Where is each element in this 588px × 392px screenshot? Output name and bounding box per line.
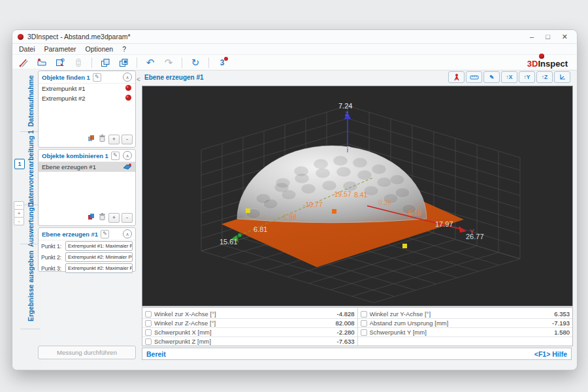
title-bar[interactable]: 3DInspect - Abstand.me3dparam* – □ ✕ [12, 30, 577, 44]
redo-icon[interactable]: ↷ [161, 56, 176, 69]
point3-select[interactable]: Extrempunkt #2: Maximaler Punkt [65, 263, 133, 273]
device-icon[interactable] [71, 56, 86, 69]
y-t4-label: 0.38 [378, 199, 392, 206]
extremum-point-icon [125, 84, 132, 93]
x-t4-label: -10.77 [303, 201, 323, 208]
menu-help[interactable]: ? [122, 45, 126, 53]
measure-tool-icon[interactable] [16, 56, 31, 69]
menu-optionen[interactable]: Optionen [86, 45, 114, 53]
point2-select[interactable]: Extrempunkt #2: Minimaler Punkt [65, 252, 133, 262]
x-t2-label: 6.81 [253, 225, 267, 233]
status-bar: Bereit <F1> Hilfe [142, 348, 572, 360]
result-row: Schwerpunkt Y [mm] 1.580 [358, 328, 573, 337]
result-row-empty [358, 337, 573, 346]
y-t3-label: 9.18 [408, 209, 421, 217]
view-y-button[interactable]: ↑Y [519, 71, 535, 83]
trash-icon[interactable] [98, 212, 106, 223]
plane-object-icon [123, 163, 132, 172]
z-top-label: 7.24 [338, 102, 352, 110]
operations-column: Objekte finden 1 ✎ ∧ Extrempunkt #1 Extr… [38, 69, 136, 370]
status-text: Bereit [146, 350, 166, 358]
panel-ebene-erzeugen: Ebene erzeugen #1 ✎ ∧ Punkt 1: Extrempun… [38, 227, 136, 272]
edit-icon[interactable]: ✎ [101, 230, 109, 238]
view-iso-button[interactable] [554, 71, 570, 83]
panel-title: Ebene erzeugen #1 [42, 231, 98, 238]
collapse-panel-handle[interactable]: < [137, 76, 140, 83]
collapse-icon[interactable]: ∧ [123, 73, 132, 82]
3d-viewport[interactable]: 7.24Z1.45-19.578.41-10.77-1.980.389.1817… [142, 86, 573, 306]
tab-datenvorverarbeitung[interactable]: Datenvorverarbeitung 1 [23, 133, 39, 204]
help-shortcut[interactable]: <F1> Hilfe [534, 350, 567, 358]
ruler-icon[interactable] [466, 71, 482, 83]
collapse-icon[interactable]: ∧ [123, 229, 132, 238]
save-icon[interactable] [53, 56, 67, 69]
3d-scene[interactable]: 7.24Z1.45-19.578.41-10.77-1.980.389.1817… [142, 86, 572, 306]
menu-parameter[interactable]: Parameter [44, 45, 76, 53]
checkbox[interactable] [361, 320, 367, 327]
y-t1-label: 26.77 [466, 233, 484, 240]
maximize-button[interactable]: □ [546, 33, 550, 41]
tab-separator [20, 329, 40, 329]
picker-icon[interactable]: ✎ [483, 71, 500, 83]
view-z-button[interactable]: ↑Z [536, 71, 553, 83]
run-measurement-button[interactable]: Messung durchführen [38, 346, 136, 359]
result-row: Schwerpunkt X [mm] -2.280 [142, 328, 357, 337]
list-item-selected[interactable]: Ebene erzeugen #1 [39, 162, 135, 172]
result-row: Abstand zum Ursprung [mm] -7.193 [358, 319, 573, 328]
tab-separator [20, 244, 40, 244]
remove-button[interactable]: - [122, 135, 133, 144]
point2-label: Punkt 2: [41, 254, 63, 261]
new-view-icon[interactable] [116, 56, 131, 69]
duplicate-icon[interactable] [87, 133, 96, 145]
add-button[interactable]: + [108, 135, 120, 144]
y-t2-label: 17.97 [435, 220, 453, 228]
list-item[interactable]: Extrempunkt #2 [39, 93, 135, 103]
copy-view-icon[interactable] [98, 56, 112, 69]
checkbox[interactable] [361, 329, 367, 336]
reset-rotation-icon[interactable]: ↻ [188, 56, 203, 69]
workflow-tabstrip: Datenaufnahme 1 Datenvorverarbeitung 1 A… [12, 69, 41, 370]
extremum-point-icon [125, 94, 132, 103]
point1-label: Punkt 1: [41, 243, 63, 250]
brand-logo: 3DInspect [527, 56, 573, 69]
open-icon[interactable] [35, 56, 49, 69]
checkbox[interactable] [145, 320, 152, 327]
trash-icon[interactable] [98, 133, 106, 145]
tab-datenaufnahme[interactable]: Datenaufnahme [23, 71, 39, 131]
duplicate-icon[interactable] [87, 212, 96, 223]
undo-icon[interactable]: ↶ [143, 56, 157, 69]
panel-title: Objekte kombinieren 1 [42, 152, 108, 159]
edit-icon[interactable]: ✎ [93, 73, 101, 82]
x-t3-label: -1.98 [281, 213, 297, 221]
collapse-icon[interactable]: ∧ [123, 151, 132, 160]
checkbox[interactable] [145, 338, 152, 345]
toolbar-separator [137, 57, 137, 68]
add-button[interactable]: + [108, 213, 120, 223]
tab-auswertung[interactable]: Auswertung 1 [23, 206, 39, 242]
view-x-button[interactable]: ↑X [501, 71, 517, 83]
checkbox[interactable] [145, 329, 152, 336]
minimize-button[interactable]: – [530, 33, 534, 41]
checkbox[interactable] [145, 311, 152, 318]
window-title: 3DInspect - Abstand.me3dparam* [27, 33, 131, 41]
list-item[interactable]: Extrempunkt #1 [39, 84, 135, 93]
menu-bar: Datei Parameter Optionen ? [12, 44, 577, 55]
point1-select[interactable]: Extrempunkt #1: Maximaler Punkt [65, 241, 133, 251]
view-toolbar: ✎ ↑X ↑Y ↑Z [448, 71, 572, 83]
remove-button[interactable]: - [122, 213, 133, 223]
app-window: 3DInspect - Abstand.me3dparam* – □ ✕ Dat… [12, 29, 578, 370]
probe-icon[interactable] [448, 71, 465, 83]
y-t5-label: 8.41 [354, 191, 368, 199]
edit-icon[interactable]: ✎ [111, 152, 120, 160]
close-button[interactable]: ✕ [562, 33, 568, 41]
menu-datei[interactable]: Datei [19, 45, 35, 53]
x-t5-label: -19.57 [332, 190, 351, 198]
result-row: Winkel zur X-Achse [°] -4.828 [142, 310, 357, 319]
content-area: Ebene erzeugen #1 ✎ ↑X ↑Y ↑Z [142, 69, 573, 370]
tab-ergebnisse[interactable]: Ergebnisse ausgeben [23, 245, 39, 327]
3d-view-icon[interactable]: 3 [215, 56, 229, 69]
x-t1-label: 15.61 [220, 238, 238, 246]
checkbox[interactable] [361, 311, 367, 318]
remove-group-button[interactable]: - [14, 217, 24, 225]
point3-label: Punkt 3: [41, 265, 63, 272]
